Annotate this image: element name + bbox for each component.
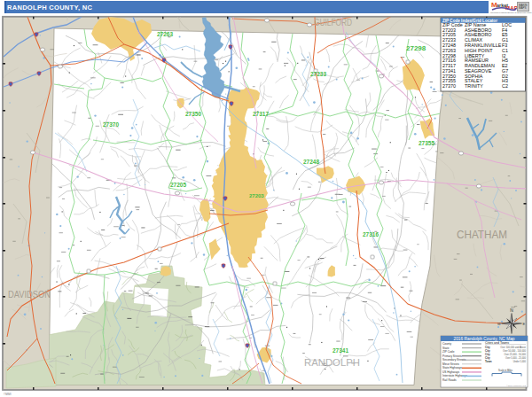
svg-text:©MMI: ©MMI bbox=[4, 393, 12, 396]
svg-text:27370: 27370 bbox=[103, 121, 119, 128]
svg-text:C2: C2 bbox=[502, 83, 508, 89]
svg-text:27205: 27205 bbox=[170, 182, 186, 188]
svg-text:Town: Town bbox=[485, 360, 492, 363]
svg-text:GUILFORD: GUILFORD bbox=[314, 17, 352, 27]
svg-text:27233: 27233 bbox=[310, 71, 326, 77]
svg-text:Over 25,000 - 50,000: Over 25,000 - 50,000 bbox=[504, 353, 526, 356]
svg-text:RANDOLPH: RANDOLPH bbox=[304, 357, 360, 368]
svg-text:©2016 MarketMAPS: ©2016 MarketMAPS bbox=[506, 385, 526, 387]
svg-text:27370: 27370 bbox=[442, 83, 456, 89]
svg-text:TRINITY: TRINITY bbox=[465, 83, 483, 89]
svg-text:27203: 27203 bbox=[249, 193, 264, 198]
svg-text:State: State bbox=[442, 346, 450, 350]
svg-text:27263: 27263 bbox=[157, 31, 173, 37]
svg-text:Minor Streets: Minor Streets bbox=[442, 362, 459, 366]
svg-text:27248: 27248 bbox=[303, 159, 319, 165]
svg-text:CHATHAM: CHATHAM bbox=[457, 228, 507, 241]
svg-text:Rail Roads: Rail Roads bbox=[442, 378, 457, 382]
svg-text:N: N bbox=[510, 307, 513, 313]
svg-text:27317: 27317 bbox=[253, 111, 269, 117]
svg-text:Primary Streets: Primary Streets bbox=[442, 354, 462, 358]
svg-text:ZIP Code: ZIP Code bbox=[442, 350, 455, 354]
svg-text:W: W bbox=[497, 322, 501, 326]
svg-text:27316: 27316 bbox=[363, 231, 379, 237]
svg-text:27350: 27350 bbox=[185, 111, 201, 117]
svg-text:Over 5,000 - 25,000: Over 5,000 - 25,000 bbox=[505, 356, 527, 360]
svg-text:DAVIDSON: DAVIDSON bbox=[8, 289, 51, 300]
svg-text:US Highways: US Highways bbox=[442, 370, 460, 374]
svg-text:Scale in Miles: Scale in Miles bbox=[498, 369, 513, 372]
svg-text:27341: 27341 bbox=[332, 347, 348, 354]
svg-text:County: County bbox=[442, 342, 452, 346]
svg-text:Under 5,000: Under 5,000 bbox=[513, 360, 527, 363]
svg-text:State Highways: State Highways bbox=[442, 366, 463, 370]
svg-text:E: E bbox=[523, 322, 526, 326]
svg-text:Cities and Towns: Cities and Towns bbox=[485, 341, 509, 345]
svg-text:Over 100,000 and Above: Over 100,000 and Above bbox=[500, 346, 526, 349]
svg-text:Over 50,000 - 100,000: Over 50,000 - 100,000 bbox=[503, 349, 527, 353]
svg-text:27355: 27355 bbox=[419, 140, 434, 146]
svg-text:27298: 27298 bbox=[406, 44, 426, 52]
